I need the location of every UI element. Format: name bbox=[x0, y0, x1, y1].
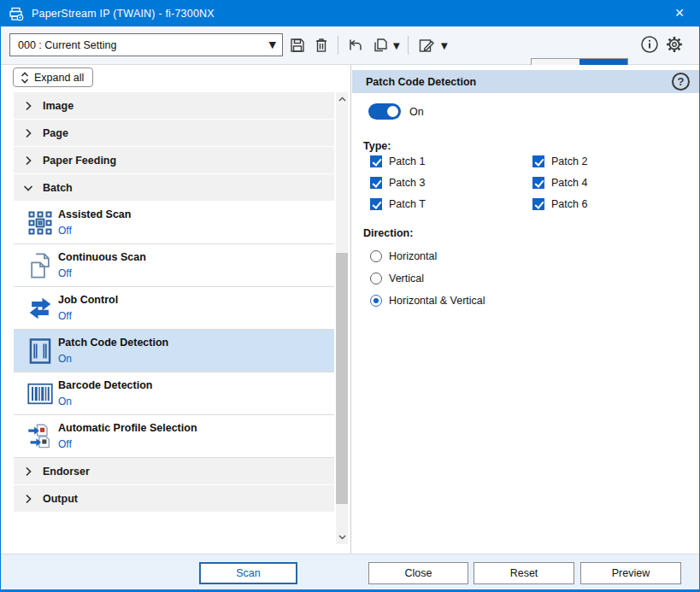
sidebar-section-paper-feeding[interactable]: Paper Feeding bbox=[14, 147, 334, 173]
checkbox-patch-4[interactable]: Patch 4 bbox=[532, 177, 587, 189]
checkbox-checked-icon bbox=[370, 155, 382, 167]
auto-profile-icon bbox=[24, 421, 56, 452]
item-status: On bbox=[58, 396, 72, 407]
settings-sidebar: Expand all Image Page Paper Feeding bbox=[1, 65, 351, 554]
radio-unselected-icon bbox=[370, 273, 382, 284]
save-profile-icon[interactable] bbox=[288, 36, 307, 55]
toggle-knob bbox=[387, 106, 398, 117]
item-label: Continuous Scan bbox=[58, 251, 146, 263]
info-icon[interactable] bbox=[640, 35, 659, 54]
close-button[interactable]: Close bbox=[368, 562, 468, 584]
toolbar-separator bbox=[338, 36, 338, 55]
checkbox-patch-1[interactable]: Patch 1 bbox=[370, 155, 425, 167]
barcode-icon bbox=[24, 378, 56, 409]
checkbox-patch-2[interactable]: Patch 2 bbox=[532, 155, 587, 167]
preview-button[interactable]: Preview bbox=[580, 562, 681, 584]
sidebar-item-patch-code-detection[interactable]: Patch Code Detection On bbox=[14, 330, 334, 372]
checkbox-patch-6[interactable]: Patch 6 bbox=[532, 198, 587, 210]
radio-unselected-icon bbox=[370, 250, 382, 262]
sidebar-item-automatic-profile-selection[interactable]: Automatic Profile Selection Off bbox=[14, 415, 334, 458]
chevron-right-icon bbox=[14, 101, 43, 111]
sidebar-item-barcode-detection[interactable]: Barcode Detection On bbox=[14, 372, 334, 415]
radio-horizontal-and-vertical[interactable]: Horizontal & Vertical bbox=[370, 295, 485, 307]
sidebar-section-page[interactable]: Page bbox=[14, 120, 334, 146]
assisted-scan-icon bbox=[24, 208, 56, 238]
close-icon[interactable]: × bbox=[660, 0, 699, 26]
expand-all-label: Expand all bbox=[34, 72, 84, 84]
item-status: Off bbox=[58, 310, 72, 322]
patch-code-toggle[interactable] bbox=[368, 103, 401, 120]
checkbox-patch-t[interactable]: Patch T bbox=[370, 198, 426, 210]
checkbox-checked-icon bbox=[532, 177, 544, 189]
sidebar-section-batch[interactable]: Batch bbox=[14, 174, 334, 201]
sidebar-scrollbar[interactable] bbox=[336, 92, 348, 544]
gear-icon[interactable] bbox=[665, 35, 684, 54]
radio-selected-icon bbox=[370, 295, 382, 307]
expand-collapse-icon bbox=[21, 72, 29, 84]
footer-bar: Scan Close Reset Preview bbox=[1, 554, 699, 592]
app-window: PaperStream IP (TWAIN) - fi-7300NX × 000… bbox=[0, 0, 700, 592]
detail-panel: Patch Code Detection ? On Type: Patch 1 … bbox=[352, 65, 699, 554]
job-control-icon bbox=[24, 293, 56, 324]
delete-profile-icon[interactable] bbox=[312, 36, 331, 55]
copy-dropdown-icon[interactable]: ▼ bbox=[393, 41, 400, 50]
scrollbar-thumb[interactable] bbox=[336, 253, 348, 504]
checkbox-patch-3[interactable]: Patch 3 bbox=[370, 177, 425, 189]
toolbar: 000 : Current Setting ▼ bbox=[1, 26, 699, 65]
type-group-label: Type: bbox=[363, 140, 391, 152]
item-label: Assisted Scan bbox=[58, 208, 131, 220]
direction-group-label: Direction: bbox=[363, 227, 413, 239]
checkbox-checked-icon bbox=[370, 177, 382, 189]
window-title: PaperStream IP (TWAIN) - fi-7300NX bbox=[32, 8, 215, 20]
profile-select-value: 000 : Current Setting bbox=[18, 39, 116, 51]
checkbox-checked-icon bbox=[532, 155, 544, 167]
toggle-state-label: On bbox=[409, 106, 424, 118]
scroll-down-icon[interactable] bbox=[336, 530, 348, 544]
patch-code-icon bbox=[24, 336, 56, 366]
radio-horizontal[interactable]: Horizontal bbox=[370, 250, 437, 262]
continuous-scan-icon bbox=[24, 250, 56, 281]
chevron-right-icon bbox=[14, 128, 43, 138]
sidebar-section-endorser[interactable]: Endorser bbox=[14, 458, 334, 484]
panel-title: Patch Code Detection bbox=[366, 76, 476, 88]
item-status: Off bbox=[58, 267, 72, 279]
chevron-down-icon bbox=[14, 185, 43, 191]
sidebar-item-continuous-scan[interactable]: Continuous Scan Off bbox=[14, 244, 334, 287]
copy-profile-icon[interactable] bbox=[371, 36, 390, 55]
sidebar-section-output[interactable]: Output bbox=[14, 485, 334, 512]
radio-vertical[interactable]: Vertical bbox=[370, 273, 424, 284]
detail-panel-header: Patch Code Detection ? bbox=[352, 70, 699, 93]
sidebar-section-image[interactable]: Image bbox=[14, 92, 334, 119]
scroll-up-icon[interactable] bbox=[336, 92, 348, 106]
sidebar-item-job-control[interactable]: Job Control Off bbox=[14, 287, 334, 330]
expand-all-button[interactable]: Expand all bbox=[13, 67, 93, 87]
checkbox-checked-icon bbox=[370, 198, 382, 210]
item-label: Patch Code Detection bbox=[58, 337, 168, 349]
profile-select[interactable]: 000 : Current Setting ▼ bbox=[9, 33, 283, 56]
item-status: Off bbox=[58, 225, 72, 237]
chevron-down-icon: ▼ bbox=[269, 39, 276, 50]
item-label: Automatic Profile Selection bbox=[58, 422, 197, 434]
item-status: Off bbox=[58, 438, 72, 450]
settings-accordion: Image Page Paper Feeding Batch bbox=[14, 92, 334, 513]
item-label: Job Control bbox=[58, 294, 118, 306]
chevron-right-icon bbox=[14, 494, 43, 504]
sidebar-item-assisted-scan[interactable]: Assisted Scan Off bbox=[14, 202, 334, 244]
edit-profile-icon[interactable] bbox=[416, 36, 435, 55]
chevron-right-icon bbox=[14, 466, 43, 477]
help-icon[interactable]: ? bbox=[672, 73, 690, 91]
scanner-app-icon bbox=[9, 6, 24, 21]
title-bar: PaperStream IP (TWAIN) - fi-7300NX × bbox=[1, 0, 699, 26]
undo-icon[interactable] bbox=[346, 36, 365, 55]
checkbox-checked-icon bbox=[532, 198, 544, 210]
chevron-right-icon bbox=[14, 155, 43, 166]
reset-button[interactable]: Reset bbox=[474, 562, 574, 584]
item-label: Barcode Detection bbox=[58, 379, 152, 391]
edit-dropdown-icon[interactable]: ▼ bbox=[441, 41, 448, 50]
scan-button[interactable]: Scan bbox=[199, 562, 297, 584]
toolbar-separator bbox=[408, 36, 409, 55]
item-status: On bbox=[58, 353, 72, 365]
